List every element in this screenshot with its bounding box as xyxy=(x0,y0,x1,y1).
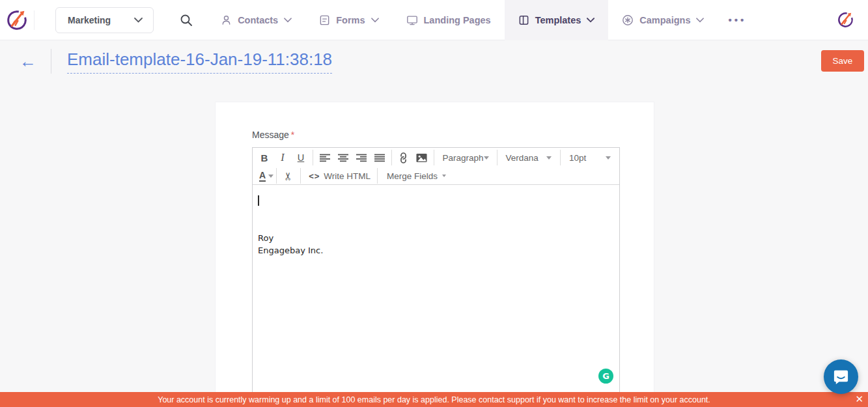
align-left-icon xyxy=(320,154,330,162)
align-justify-button[interactable] xyxy=(371,150,389,165)
template-title[interactable]: Email-template-16-Jan-19-11:38:18 xyxy=(67,49,332,74)
caret-down-icon xyxy=(268,175,273,178)
merge-fields-dropdown[interactable]: Merge Fields xyxy=(380,168,453,184)
paragraph-format-value: Paragraph xyxy=(443,153,484,163)
cut-button[interactable]: ✂ xyxy=(279,168,298,184)
align-center-icon xyxy=(338,154,348,162)
nav-item-contacts[interactable]: Contacts xyxy=(207,0,305,40)
chevron-down-icon xyxy=(587,18,595,23)
columns-icon xyxy=(518,14,529,26)
grammarly-badge[interactable]: G xyxy=(598,369,613,384)
page-header: ← Email-template-16-Jan-19-11:38:18 Save xyxy=(0,40,868,82)
engagebay-logo[interactable] xyxy=(0,8,34,33)
font-size-select[interactable]: 10pt xyxy=(563,149,617,166)
nav-item-label: Campaigns xyxy=(639,15,690,25)
rich-text-editor: B I U xyxy=(252,147,620,407)
marketing-dropdown[interactable]: Marketing xyxy=(55,7,154,33)
banner-close-button[interactable]: ✕ xyxy=(855,393,863,405)
search-button[interactable] xyxy=(180,14,193,27)
write-html-label: Write HTML xyxy=(324,171,371,181)
signature-name: Roy xyxy=(258,232,614,244)
font-family-select[interactable]: Verdana xyxy=(499,149,557,166)
nav-items: Contacts Forms Landing Pages xyxy=(207,0,757,40)
required-asterisk: * xyxy=(291,130,294,140)
chevron-down-icon xyxy=(371,18,379,23)
font-family-value: Verdana xyxy=(505,153,538,163)
more-dots-icon: ••• xyxy=(728,14,746,25)
underline-button[interactable]: U xyxy=(292,150,310,165)
header-divider xyxy=(51,49,51,74)
italic-button[interactable]: I xyxy=(273,150,292,165)
save-button[interactable]: Save xyxy=(821,50,864,72)
editor-toolbar-row2: A ✂ <> Write HTML Merge Fields xyxy=(253,167,619,185)
warning-banner: Your account is currently warming up and… xyxy=(0,392,868,407)
align-left-button[interactable] xyxy=(316,150,334,165)
toolbar-separator xyxy=(434,150,434,165)
write-html-button[interactable]: <> Write HTML xyxy=(303,168,371,184)
campaign-icon xyxy=(622,14,634,26)
nav-item-label: Forms xyxy=(336,15,365,25)
image-icon xyxy=(416,153,427,163)
insert-link-button[interactable] xyxy=(395,150,413,165)
font-size-value: 10pt xyxy=(569,153,586,163)
back-button[interactable]: ← xyxy=(20,53,36,70)
chat-bubble-icon xyxy=(832,368,850,386)
monitor-icon xyxy=(406,14,418,26)
nav-item-label: Landing Pages xyxy=(424,15,491,25)
person-icon xyxy=(221,14,232,26)
form-icon xyxy=(319,14,330,26)
align-right-button[interactable] xyxy=(352,150,371,165)
toolbar-separator xyxy=(300,168,301,184)
caret-down-icon xyxy=(442,175,446,177)
merge-fields-label: Merge Fields xyxy=(387,171,438,181)
toolbar-separator xyxy=(391,150,392,165)
chevron-down-icon xyxy=(696,18,704,23)
link-icon xyxy=(398,152,409,163)
toolbar-separator xyxy=(560,150,561,165)
marketing-dropdown-label: Marketing xyxy=(68,15,111,25)
font-color-glyph: A xyxy=(259,171,266,182)
toolbar-separator xyxy=(313,150,313,165)
engagebay-logo-icon xyxy=(5,8,29,33)
toolbar-separator xyxy=(497,150,497,165)
blank-lines xyxy=(258,207,614,232)
nav-item-landing-pages[interactable]: Landing Pages xyxy=(393,0,505,40)
code-icon: <> xyxy=(309,171,320,181)
cursor-line xyxy=(258,195,614,207)
search-icon xyxy=(180,14,193,27)
editor-toolbar-row1: B I U xyxy=(253,148,619,167)
nav-item-templates[interactable]: Templates xyxy=(505,0,609,40)
template-editor-card: Message* B I U xyxy=(215,102,654,407)
paragraph-format-select[interactable]: Paragraph xyxy=(437,149,494,166)
grammarly-icon: G xyxy=(602,370,609,382)
warning-banner-text: Your account is currently warming up and… xyxy=(158,395,710,404)
bold-button[interactable]: B xyxy=(255,150,273,165)
align-justify-icon xyxy=(374,154,385,162)
message-body-input[interactable]: Roy Engagebay Inc. G xyxy=(253,185,619,407)
toolbar-separator xyxy=(377,168,378,184)
nav-item-campaigns[interactable]: Campaigns xyxy=(608,0,718,40)
avatar-logo-icon xyxy=(836,10,855,29)
chevron-down-icon xyxy=(284,18,292,23)
scissors-icon: ✂ xyxy=(283,171,295,180)
top-navbar: Marketing Contacts Fo xyxy=(0,0,868,40)
nav-item-forms[interactable]: Forms xyxy=(305,0,392,40)
caret-down-icon xyxy=(606,156,611,160)
caret-down-icon xyxy=(546,156,552,160)
caret-down-icon xyxy=(484,156,489,160)
chevron-down-icon xyxy=(134,18,143,23)
toolbar-separator xyxy=(276,168,277,184)
more-menu-button[interactable]: ••• xyxy=(718,0,757,40)
signature-company: Engagebay Inc. xyxy=(258,244,614,257)
text-cursor xyxy=(258,195,259,206)
account-avatar[interactable] xyxy=(836,10,855,29)
align-center-button[interactable] xyxy=(334,150,352,165)
font-color-button[interactable]: A xyxy=(255,168,273,184)
nav-item-label: Contacts xyxy=(238,15,278,25)
align-right-icon xyxy=(356,154,367,162)
nav-divider xyxy=(34,10,35,30)
insert-image-button[interactable] xyxy=(413,150,431,165)
message-field-label: Message* xyxy=(252,130,654,140)
nav-item-label: Templates xyxy=(535,15,581,25)
chat-widget-button[interactable] xyxy=(824,359,858,394)
